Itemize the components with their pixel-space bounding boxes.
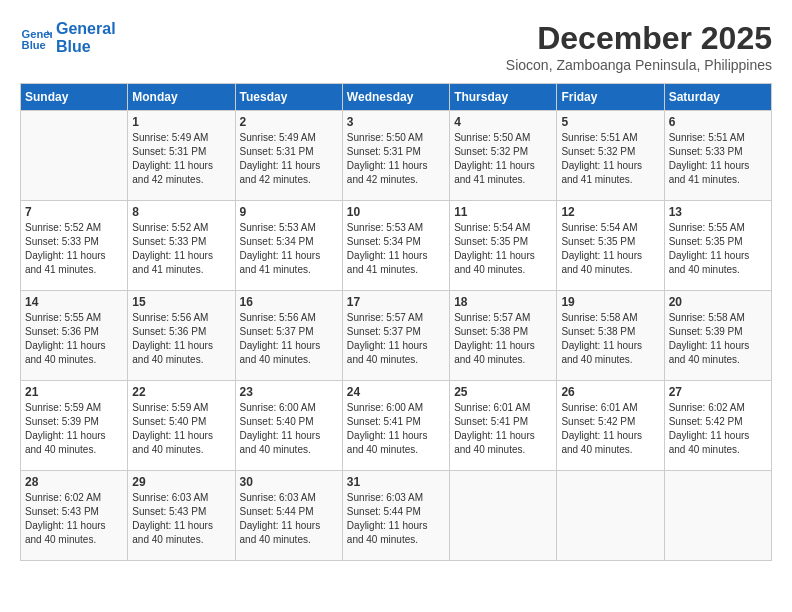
day-info: Sunrise: 5:55 AMSunset: 5:35 PMDaylight:… [669, 221, 767, 277]
calendar-cell: 9Sunrise: 5:53 AMSunset: 5:34 PMDaylight… [235, 201, 342, 291]
day-info: Sunrise: 5:56 AMSunset: 5:36 PMDaylight:… [132, 311, 230, 367]
day-number: 5 [561, 115, 659, 129]
logo-general: General [56, 20, 116, 38]
week-row-4: 21Sunrise: 5:59 AMSunset: 5:39 PMDayligh… [21, 381, 772, 471]
day-info: Sunrise: 6:02 AMSunset: 5:43 PMDaylight:… [25, 491, 123, 547]
month-title: December 2025 [506, 20, 772, 57]
header-thursday: Thursday [450, 84, 557, 111]
calendar-cell: 5Sunrise: 5:51 AMSunset: 5:32 PMDaylight… [557, 111, 664, 201]
day-info: Sunrise: 5:56 AMSunset: 5:37 PMDaylight:… [240, 311, 338, 367]
day-info: Sunrise: 5:50 AMSunset: 5:31 PMDaylight:… [347, 131, 445, 187]
week-row-1: 1Sunrise: 5:49 AMSunset: 5:31 PMDaylight… [21, 111, 772, 201]
calendar-cell: 6Sunrise: 5:51 AMSunset: 5:33 PMDaylight… [664, 111, 771, 201]
day-number: 21 [25, 385, 123, 399]
day-number: 18 [454, 295, 552, 309]
calendar-cell: 22Sunrise: 5:59 AMSunset: 5:40 PMDayligh… [128, 381, 235, 471]
logo-blue: Blue [56, 38, 116, 56]
location-subtitle: Siocon, Zamboanga Peninsula, Philippines [506, 57, 772, 73]
calendar-cell: 15Sunrise: 5:56 AMSunset: 5:36 PMDayligh… [128, 291, 235, 381]
day-number: 19 [561, 295, 659, 309]
day-number: 27 [669, 385, 767, 399]
day-info: Sunrise: 5:54 AMSunset: 5:35 PMDaylight:… [561, 221, 659, 277]
day-number: 1 [132, 115, 230, 129]
calendar-cell: 1Sunrise: 5:49 AMSunset: 5:31 PMDaylight… [128, 111, 235, 201]
calendar-cell: 16Sunrise: 5:56 AMSunset: 5:37 PMDayligh… [235, 291, 342, 381]
day-info: Sunrise: 6:03 AMSunset: 5:43 PMDaylight:… [132, 491, 230, 547]
calendar-cell: 18Sunrise: 5:57 AMSunset: 5:38 PMDayligh… [450, 291, 557, 381]
calendar-cell: 19Sunrise: 5:58 AMSunset: 5:38 PMDayligh… [557, 291, 664, 381]
day-info: Sunrise: 5:51 AMSunset: 5:33 PMDaylight:… [669, 131, 767, 187]
day-info: Sunrise: 5:58 AMSunset: 5:39 PMDaylight:… [669, 311, 767, 367]
day-info: Sunrise: 6:01 AMSunset: 5:42 PMDaylight:… [561, 401, 659, 457]
day-info: Sunrise: 5:54 AMSunset: 5:35 PMDaylight:… [454, 221, 552, 277]
day-number: 12 [561, 205, 659, 219]
page-header: General Blue General Blue December 2025 … [20, 20, 772, 73]
calendar-cell: 29Sunrise: 6:03 AMSunset: 5:43 PMDayligh… [128, 471, 235, 561]
day-number: 26 [561, 385, 659, 399]
day-info: Sunrise: 6:01 AMSunset: 5:41 PMDaylight:… [454, 401, 552, 457]
day-number: 11 [454, 205, 552, 219]
calendar-cell: 2Sunrise: 5:49 AMSunset: 5:31 PMDaylight… [235, 111, 342, 201]
day-number: 9 [240, 205, 338, 219]
day-info: Sunrise: 5:55 AMSunset: 5:36 PMDaylight:… [25, 311, 123, 367]
calendar-cell: 14Sunrise: 5:55 AMSunset: 5:36 PMDayligh… [21, 291, 128, 381]
day-number: 22 [132, 385, 230, 399]
day-info: Sunrise: 5:51 AMSunset: 5:32 PMDaylight:… [561, 131, 659, 187]
day-number: 7 [25, 205, 123, 219]
calendar-cell: 25Sunrise: 6:01 AMSunset: 5:41 PMDayligh… [450, 381, 557, 471]
day-number: 13 [669, 205, 767, 219]
day-info: Sunrise: 5:57 AMSunset: 5:38 PMDaylight:… [454, 311, 552, 367]
day-number: 29 [132, 475, 230, 489]
day-info: Sunrise: 5:49 AMSunset: 5:31 PMDaylight:… [240, 131, 338, 187]
day-info: Sunrise: 5:53 AMSunset: 5:34 PMDaylight:… [240, 221, 338, 277]
week-row-5: 28Sunrise: 6:02 AMSunset: 5:43 PMDayligh… [21, 471, 772, 561]
day-number: 23 [240, 385, 338, 399]
calendar-cell: 27Sunrise: 6:02 AMSunset: 5:42 PMDayligh… [664, 381, 771, 471]
day-info: Sunrise: 5:57 AMSunset: 5:37 PMDaylight:… [347, 311, 445, 367]
calendar-cell: 12Sunrise: 5:54 AMSunset: 5:35 PMDayligh… [557, 201, 664, 291]
logo-icon: General Blue [20, 22, 52, 54]
day-info: Sunrise: 6:02 AMSunset: 5:42 PMDaylight:… [669, 401, 767, 457]
svg-text:Blue: Blue [22, 39, 46, 51]
calendar-cell: 23Sunrise: 6:00 AMSunset: 5:40 PMDayligh… [235, 381, 342, 471]
day-info: Sunrise: 5:59 AMSunset: 5:39 PMDaylight:… [25, 401, 123, 457]
day-info: Sunrise: 5:50 AMSunset: 5:32 PMDaylight:… [454, 131, 552, 187]
calendar-cell: 24Sunrise: 6:00 AMSunset: 5:41 PMDayligh… [342, 381, 449, 471]
title-block: December 2025 Siocon, Zamboanga Peninsul… [506, 20, 772, 73]
svg-text:General: General [22, 28, 52, 40]
calendar-cell: 17Sunrise: 5:57 AMSunset: 5:37 PMDayligh… [342, 291, 449, 381]
calendar-cell: 28Sunrise: 6:02 AMSunset: 5:43 PMDayligh… [21, 471, 128, 561]
calendar-cell: 8Sunrise: 5:52 AMSunset: 5:33 PMDaylight… [128, 201, 235, 291]
calendar-cell: 31Sunrise: 6:03 AMSunset: 5:44 PMDayligh… [342, 471, 449, 561]
header-monday: Monday [128, 84, 235, 111]
day-info: Sunrise: 5:59 AMSunset: 5:40 PMDaylight:… [132, 401, 230, 457]
calendar-cell [450, 471, 557, 561]
calendar-cell: 11Sunrise: 5:54 AMSunset: 5:35 PMDayligh… [450, 201, 557, 291]
header-sunday: Sunday [21, 84, 128, 111]
day-number: 24 [347, 385, 445, 399]
calendar-cell [557, 471, 664, 561]
day-number: 15 [132, 295, 230, 309]
day-number: 14 [25, 295, 123, 309]
day-number: 16 [240, 295, 338, 309]
day-info: Sunrise: 5:52 AMSunset: 5:33 PMDaylight:… [25, 221, 123, 277]
day-number: 10 [347, 205, 445, 219]
calendar-cell: 21Sunrise: 5:59 AMSunset: 5:39 PMDayligh… [21, 381, 128, 471]
week-row-2: 7Sunrise: 5:52 AMSunset: 5:33 PMDaylight… [21, 201, 772, 291]
day-number: 30 [240, 475, 338, 489]
day-info: Sunrise: 5:58 AMSunset: 5:38 PMDaylight:… [561, 311, 659, 367]
day-info: Sunrise: 6:00 AMSunset: 5:41 PMDaylight:… [347, 401, 445, 457]
day-number: 2 [240, 115, 338, 129]
calendar-cell: 10Sunrise: 5:53 AMSunset: 5:34 PMDayligh… [342, 201, 449, 291]
day-number: 4 [454, 115, 552, 129]
day-number: 8 [132, 205, 230, 219]
calendar-cell: 7Sunrise: 5:52 AMSunset: 5:33 PMDaylight… [21, 201, 128, 291]
calendar-cell: 20Sunrise: 5:58 AMSunset: 5:39 PMDayligh… [664, 291, 771, 381]
week-row-3: 14Sunrise: 5:55 AMSunset: 5:36 PMDayligh… [21, 291, 772, 381]
calendar-cell: 30Sunrise: 6:03 AMSunset: 5:44 PMDayligh… [235, 471, 342, 561]
calendar-cell: 3Sunrise: 5:50 AMSunset: 5:31 PMDaylight… [342, 111, 449, 201]
day-info: Sunrise: 6:03 AMSunset: 5:44 PMDaylight:… [240, 491, 338, 547]
day-number: 20 [669, 295, 767, 309]
day-number: 28 [25, 475, 123, 489]
calendar-cell [664, 471, 771, 561]
